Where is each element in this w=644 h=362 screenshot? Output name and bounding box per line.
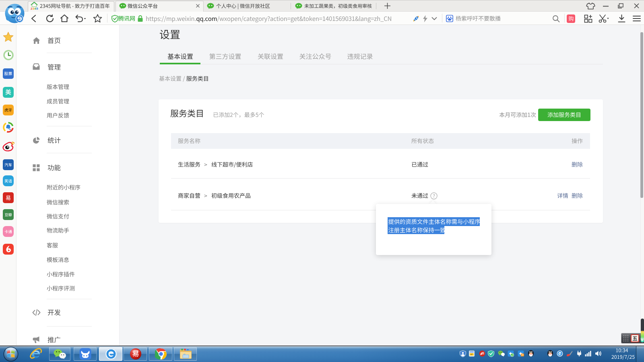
svg-text:2345: 2345 [31, 7, 38, 10]
